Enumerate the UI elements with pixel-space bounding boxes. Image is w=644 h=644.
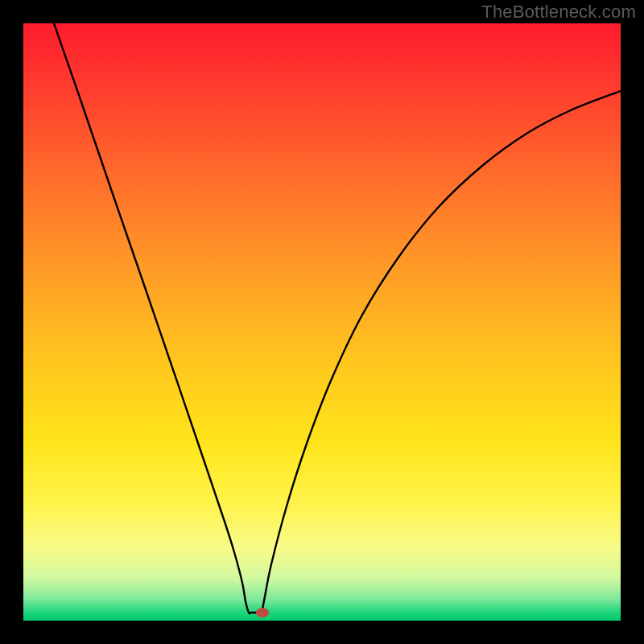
gradient-background: [23, 23, 621, 621]
min-point-dot: [256, 608, 269, 617]
plot-area: [23, 23, 621, 621]
watermark-text: TheBottleneck.com: [481, 2, 636, 23]
chart-svg: [23, 23, 621, 621]
chart-frame: TheBottleneck.com: [0, 0, 644, 644]
